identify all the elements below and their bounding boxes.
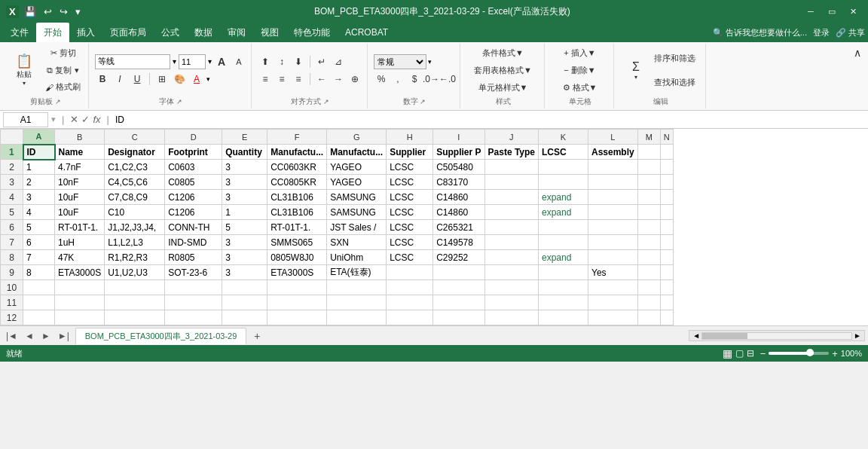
cell-L1[interactable]: Assembly [588, 145, 638, 160]
font-size-input[interactable] [179, 54, 206, 69]
cell-H5[interactable]: LCSC [387, 205, 433, 220]
cell-H6[interactable]: LCSC [387, 220, 433, 235]
insert-button[interactable]: +插入▼ [560, 45, 601, 60]
cell-C1[interactable]: Designator [105, 145, 165, 160]
menu-insert[interactable]: 插入 [69, 23, 102, 42]
cell-K10[interactable] [539, 280, 588, 295]
conditional-format-button[interactable]: 条件格式▼ [471, 45, 535, 60]
cell-J4[interactable] [484, 190, 538, 205]
sort-filter-button[interactable]: 排序和筛选 [651, 47, 698, 69]
cell-G1[interactable]: Manufactu... [327, 145, 387, 160]
cell-G3[interactable]: YAGEO [327, 175, 387, 190]
format-painter-button[interactable]: 🖌格式刷 [42, 79, 84, 95]
cell-B3[interactable]: 10nF [55, 175, 105, 190]
cell-E11[interactable] [222, 295, 267, 310]
cell-A7[interactable]: 6 [23, 235, 55, 250]
col-header-H[interactable]: H [387, 130, 433, 145]
cell-L5[interactable] [588, 205, 638, 220]
align-middle-button[interactable]: ↕ [274, 54, 289, 69]
font-name-dropdown-icon[interactable]: ▾ [173, 57, 176, 66]
format-button[interactable]: ⚙格式▼ [560, 80, 601, 95]
col-header-M[interactable]: M [637, 130, 660, 145]
row-header-12[interactable]: 12 [1, 310, 23, 325]
row-header-1[interactable]: 1 [1, 145, 23, 160]
row-header-11[interactable]: 11 [1, 295, 23, 310]
row-header-8[interactable]: 8 [1, 250, 23, 265]
cell-E4[interactable]: 3 [222, 190, 267, 205]
cell-H9[interactable] [387, 265, 433, 280]
cell-C7[interactable]: L1,L2,L3 [105, 235, 165, 250]
menu-review[interactable]: 审阅 [220, 23, 253, 42]
cell-H4[interactable]: LCSC [387, 190, 433, 205]
cell-F11[interactable] [267, 295, 327, 310]
cell-N9[interactable] [660, 265, 673, 280]
cell-D9[interactable]: SOT-23-6 [165, 265, 222, 280]
cell-N1[interactable] [660, 145, 673, 160]
cell-F10[interactable] [267, 280, 327, 295]
sheet-nav-prev[interactable]: ◄ [22, 329, 37, 343]
cell-L6[interactable] [588, 220, 638, 235]
cell-K12[interactable] [539, 310, 588, 325]
cell-L4[interactable] [588, 190, 638, 205]
col-header-F[interactable]: F [267, 130, 327, 145]
cell-G9[interactable]: ETA(钰泰) [327, 265, 387, 280]
cell-C2[interactable]: C1,C2,C3 [105, 160, 165, 175]
horizontal-scroll-track[interactable] [701, 332, 852, 340]
horizontal-scrollbar[interactable]: ◄ ► [689, 330, 865, 341]
cell-L2[interactable] [588, 160, 638, 175]
cell-A3[interactable]: 2 [23, 175, 55, 190]
cell-M7[interactable] [637, 235, 660, 250]
align-center-button[interactable]: ≡ [274, 72, 289, 87]
cell-F3[interactable]: CC0805KR [267, 175, 327, 190]
cell-J2[interactable] [484, 160, 538, 175]
cell-A5[interactable]: 4 [23, 205, 55, 220]
scroll-left-button[interactable]: ◄ [692, 331, 700, 340]
insert-function-button[interactable]: fx [93, 114, 100, 125]
col-header-A[interactable]: A [23, 130, 55, 145]
cell-I3[interactable]: C83170 [433, 175, 484, 190]
cell-ref-dropdown[interactable]: ▾ [51, 115, 56, 124]
menu-page-layout[interactable]: 页面布局 [102, 23, 154, 42]
underline-button[interactable]: U [130, 72, 145, 87]
delete-button[interactable]: −删除▼ [560, 63, 601, 78]
zoom-slider[interactable] [769, 352, 829, 355]
cell-A4[interactable]: 3 [23, 190, 55, 205]
cell-F9[interactable]: ETA3000S [267, 265, 327, 280]
cell-D6[interactable]: CONN-TH [165, 220, 222, 235]
align-top-button[interactable]: ⬆ [258, 54, 273, 69]
cell-F4[interactable]: CL31B106 [267, 190, 327, 205]
grid-scroll-area[interactable]: A B C D E F G H I J K L M N [0, 129, 868, 325]
cell-I5[interactable]: C14860 [433, 205, 484, 220]
cell-I1[interactable]: Supplier P [433, 145, 484, 160]
cell-N4[interactable] [660, 190, 673, 205]
cell-M9[interactable] [637, 265, 660, 280]
cell-D7[interactable]: IND-SMD [165, 235, 222, 250]
cell-J6[interactable] [484, 220, 538, 235]
cell-L3[interactable] [588, 175, 638, 190]
align-left-button[interactable]: ≡ [258, 72, 273, 87]
cell-N7[interactable] [660, 235, 673, 250]
cell-H10[interactable] [387, 280, 433, 295]
cell-K11[interactable] [539, 295, 588, 310]
cell-D11[interactable] [165, 295, 222, 310]
cell-G10[interactable] [327, 280, 387, 295]
cell-E1[interactable]: Quantity [222, 145, 267, 160]
col-header-B[interactable]: B [55, 130, 105, 145]
menu-special[interactable]: 特色功能 [286, 23, 338, 42]
cell-E8[interactable]: 3 [222, 250, 267, 265]
sheet-tab-main[interactable]: BOM_PCB_ETA3000四串_3_2021-03-29 [75, 328, 247, 344]
increase-decimal-button[interactable]: .0→ [423, 72, 439, 87]
wrap-text-button[interactable]: ↵ [314, 54, 329, 69]
find-select-button[interactable]: 查找和选择 [651, 71, 698, 93]
cell-reference-input[interactable] [3, 112, 48, 127]
cell-L10[interactable] [588, 280, 638, 295]
number-format-select[interactable]: 常规 [374, 54, 426, 69]
cell-I6[interactable]: C265321 [433, 220, 484, 235]
menu-file[interactable]: 文件 [3, 23, 36, 42]
horizontal-scroll-thumb[interactable] [702, 333, 747, 339]
cell-F8[interactable]: 0805W8J0 [267, 250, 327, 265]
cell-K4[interactable]: expand [539, 190, 588, 205]
cell-styles-button[interactable]: 单元格样式▼ [471, 80, 535, 95]
cell-D2[interactable]: C0603 [165, 160, 222, 175]
cell-N5[interactable] [660, 205, 673, 220]
